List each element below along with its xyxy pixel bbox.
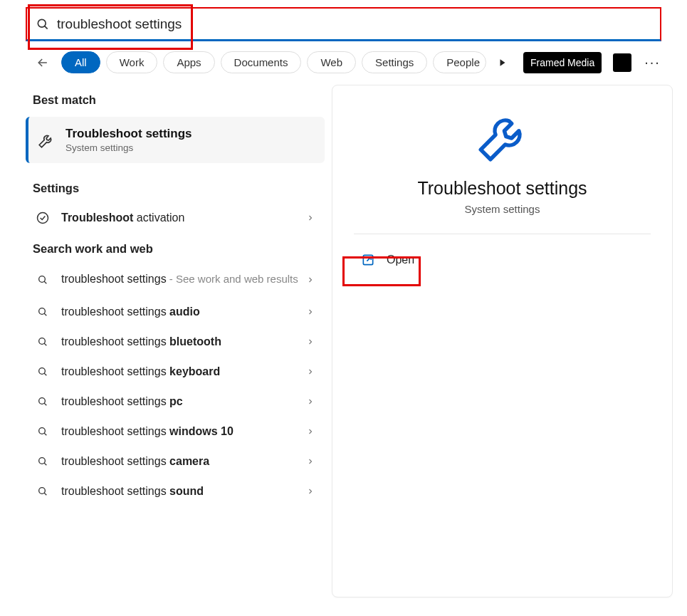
svg-line-10	[44, 343, 46, 345]
svg-marker-3	[500, 59, 505, 66]
open-button[interactable]: Open	[354, 247, 651, 273]
search-icon	[36, 17, 50, 31]
svg-line-20	[44, 493, 46, 495]
svg-point-5	[39, 276, 46, 283]
results-area: Best match Troubleshoot settings System …	[0, 79, 687, 602]
svg-point-13	[39, 398, 46, 404]
web-result-label: troubleshoot settings sound	[61, 485, 306, 498]
web-result[interactable]: troubleshoot settings camera	[26, 447, 325, 476]
results-list: Best match Troubleshoot settings System …	[26, 85, 325, 602]
svg-point-0	[38, 19, 46, 27]
best-match-subtitle: System settings	[65, 142, 192, 153]
section-best-match: Best match	[26, 85, 325, 114]
web-result[interactable]: troubleshoot settings keyboard	[26, 357, 325, 387]
svg-point-19	[39, 488, 46, 494]
web-result[interactable]: troubleshoot settings bluetooth	[26, 327, 325, 357]
best-match-title: Troubleshoot settings	[65, 127, 192, 141]
svg-line-1	[45, 26, 48, 28]
svg-point-9	[39, 338, 46, 345]
open-external-icon	[361, 253, 375, 267]
web-result[interactable]: troubleshoot settings audio	[26, 297, 325, 327]
svg-line-18	[44, 463, 46, 465]
settings-result-label: Troubleshoot activation	[61, 212, 306, 224]
tab-all[interactable]: All	[61, 51, 100, 73]
wrench-icon	[37, 131, 56, 150]
svg-line-6	[44, 281, 46, 283]
back-arrow-icon[interactable]	[33, 53, 53, 73]
search-input[interactable]	[57, 16, 651, 32]
search-icon	[36, 366, 50, 377]
open-label: Open	[387, 254, 414, 266]
search-icon	[36, 426, 50, 437]
web-result-label: troubleshoot settings bluetooth	[61, 335, 306, 348]
wrench-icon	[472, 107, 533, 168]
chevron-right-icon	[306, 308, 315, 316]
section-settings: Settings	[26, 173, 325, 202]
framed-media-button[interactable]: Framed Media	[523, 52, 602, 73]
web-result-label: troubleshoot settings windows 10	[61, 425, 306, 438]
search-icon	[36, 486, 50, 497]
scroll-right-icon[interactable]	[492, 55, 513, 71]
search-icon	[36, 396, 50, 407]
detail-subtitle: System settings	[354, 203, 651, 215]
svg-point-7	[39, 308, 46, 315]
web-result-label: troubleshoot settings audio	[61, 306, 306, 318]
tab-people[interactable]: People	[433, 51, 486, 73]
chevron-right-icon	[306, 487, 315, 496]
web-results-list: troubleshoot settings audio troubleshoot…	[26, 297, 325, 506]
unknown-black-tile[interactable]	[613, 53, 631, 72]
detail-pane: Troubleshoot settings System settings Op…	[332, 85, 673, 597]
web-result[interactable]: troubleshoot settings sound	[26, 476, 325, 506]
detail-title: Troubleshoot settings	[354, 178, 651, 199]
search-icon	[36, 336, 50, 348]
detail-header: Troubleshoot settings System settings	[354, 103, 651, 215]
tab-settings[interactable]: Settings	[362, 51, 427, 73]
divider	[354, 234, 651, 234]
svg-point-17	[39, 458, 46, 464]
tab-web[interactable]: Web	[307, 51, 356, 73]
best-match-item[interactable]: Troubleshoot settings System settings	[26, 117, 325, 163]
svg-point-15	[39, 428, 46, 434]
more-options-icon[interactable]: ···	[644, 54, 661, 71]
web-result-label: troubleshoot settings keyboard	[61, 365, 306, 378]
svg-line-14	[44, 403, 46, 405]
tab-apps[interactable]: Apps	[163, 51, 214, 73]
chevron-right-icon	[306, 338, 315, 346]
web-result-label: troubleshoot settings camera	[61, 455, 306, 468]
web-result[interactable]: troubleshoot settings windows 10	[26, 417, 325, 447]
chevron-right-icon	[306, 427, 315, 436]
search-icon	[36, 306, 50, 318]
web-result[interactable]: troubleshoot settings - See work and web…	[26, 263, 325, 297]
chevron-right-icon	[306, 214, 315, 222]
filter-tabs: All Work Apps Documents Web Settings Peo…	[0, 41, 687, 79]
settings-result-troubleshoot-activation[interactable]: Troubleshoot activation	[26, 202, 325, 234]
svg-line-16	[44, 433, 46, 435]
svg-point-11	[39, 368, 46, 375]
search-icon	[36, 456, 50, 467]
best-match-text: Troubleshoot settings System settings	[65, 127, 192, 153]
svg-line-8	[44, 313, 46, 315]
check-circle-icon	[36, 211, 50, 225]
search-bar-container	[0, 0, 687, 41]
svg-point-4	[38, 213, 48, 224]
chevron-right-icon	[306, 276, 315, 284]
search-bar[interactable]	[26, 7, 661, 41]
chevron-right-icon	[306, 397, 315, 406]
svg-line-12	[44, 373, 46, 375]
chevron-right-icon	[306, 367, 315, 376]
tab-work[interactable]: Work	[106, 51, 158, 73]
web-result[interactable]: troubleshoot settings pc	[26, 387, 325, 417]
chevron-right-icon	[306, 457, 315, 466]
section-search-web: Search work and web	[26, 234, 325, 263]
web-result-label: troubleshoot settings pc	[61, 395, 306, 408]
tab-documents[interactable]: Documents	[221, 51, 302, 73]
web-result-label: troubleshoot settings - See work and web…	[61, 273, 306, 287]
search-icon	[36, 274, 50, 286]
